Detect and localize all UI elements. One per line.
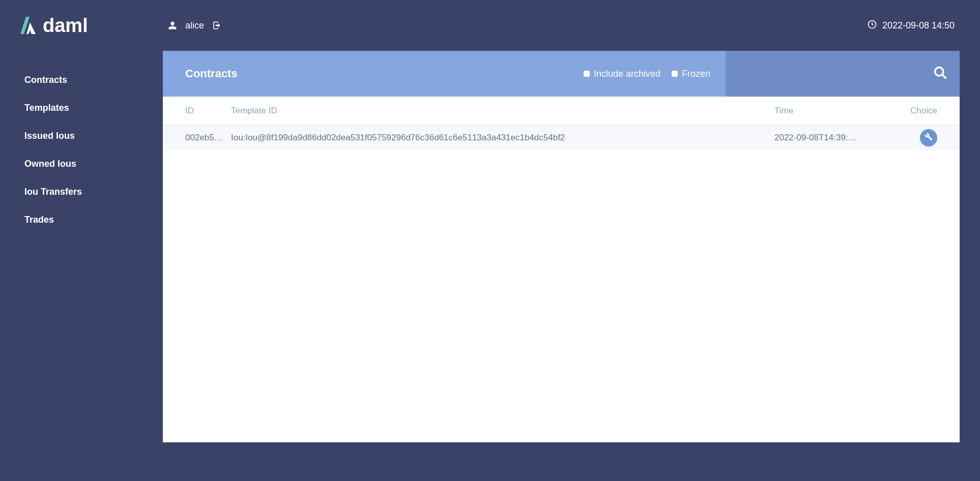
cell-template-id: Iou:Iou@8f199da9d86dd02dea531f05759296d7… bbox=[231, 133, 774, 143]
search-icon bbox=[933, 66, 947, 82]
app-name: daml bbox=[43, 16, 88, 35]
logo-icon bbox=[20, 17, 36, 34]
sidebar-item-templates[interactable]: Templates bbox=[0, 94, 163, 122]
top-right: alice 2022-09-08 14:50 bbox=[163, 19, 960, 32]
sidebar-item-iou-transfers[interactable]: Iou Transfers bbox=[0, 178, 163, 206]
sidebar-item-trades[interactable]: Trades bbox=[0, 206, 163, 234]
layout: Contracts Templates Issued Ious Owned Io… bbox=[0, 51, 980, 481]
filter-label: Frozen bbox=[682, 69, 710, 79]
column-header-id[interactable]: ID bbox=[185, 106, 231, 116]
user-icon bbox=[168, 21, 177, 30]
include-archived-checkbox[interactable]: Include archived bbox=[584, 69, 660, 79]
cell-time: 2022-09-08T14:39:… bbox=[774, 133, 902, 143]
sidebar-item-label: Issued Ious bbox=[24, 131, 75, 141]
main: Contracts Include archived Frozen bbox=[163, 51, 980, 481]
table-row[interactable]: 002eb5… Iou:Iou@8f199da9d86dd02dea531f05… bbox=[163, 125, 960, 151]
column-header-choice-label: Choice bbox=[910, 106, 937, 116]
contracts-panel: Contracts Include archived Frozen bbox=[163, 51, 960, 442]
sidebar-item-label: Owned Ious bbox=[24, 159, 76, 169]
panel-header-left: Contracts Include archived Frozen bbox=[163, 51, 726, 97]
sidebar-item-contracts[interactable]: Contracts bbox=[0, 66, 163, 94]
table-header: ID Template ID Time Choice bbox=[163, 97, 960, 125]
column-header-time[interactable]: Time bbox=[774, 106, 902, 116]
clock-icon bbox=[867, 19, 877, 32]
contracts-table: ID Template ID Time Choice 002eb5… Iou:I… bbox=[163, 97, 960, 151]
column-header-template-id[interactable]: Template ID bbox=[231, 106, 774, 116]
filter-label: Include archived bbox=[594, 69, 660, 79]
sidebar: Contracts Templates Issued Ious Owned Io… bbox=[0, 51, 163, 481]
checkbox-box-icon bbox=[672, 71, 678, 77]
choice-button[interactable] bbox=[920, 129, 937, 146]
panel-filters: Include archived Frozen bbox=[584, 69, 710, 79]
cell-choice bbox=[902, 129, 937, 146]
top-bar: daml alice 2022-09-08 bbox=[0, 0, 980, 51]
panel-header-right bbox=[726, 51, 960, 97]
logo-area: daml bbox=[20, 0, 163, 51]
sidebar-item-label: Iou Transfers bbox=[24, 187, 82, 197]
sidebar-item-label: Trades bbox=[24, 215, 54, 225]
logout-icon[interactable] bbox=[212, 21, 221, 30]
checkbox-box-icon bbox=[584, 71, 590, 77]
wrench-icon bbox=[925, 133, 933, 143]
datetime-text: 2022-09-08 14:50 bbox=[882, 20, 955, 31]
cell-id: 002eb5… bbox=[185, 133, 231, 143]
sidebar-item-owned-ious[interactable]: Owned Ious bbox=[0, 150, 163, 178]
column-header-choice: Choice bbox=[902, 106, 937, 116]
sidebar-item-label: Contracts bbox=[24, 75, 67, 85]
search-button[interactable] bbox=[933, 66, 947, 82]
sidebar-item-issued-ious[interactable]: Issued Ious bbox=[0, 122, 163, 150]
svg-line-2 bbox=[942, 75, 945, 78]
user-area: alice bbox=[168, 20, 221, 31]
user-name: alice bbox=[185, 20, 204, 31]
panel-header: Contracts Include archived Frozen bbox=[163, 51, 960, 97]
app-logo[interactable]: daml bbox=[20, 16, 88, 35]
datetime-area: 2022-09-08 14:50 bbox=[867, 19, 955, 32]
panel-title: Contracts bbox=[185, 67, 238, 80]
frozen-checkbox[interactable]: Frozen bbox=[672, 69, 710, 79]
sidebar-item-label: Templates bbox=[24, 103, 69, 113]
